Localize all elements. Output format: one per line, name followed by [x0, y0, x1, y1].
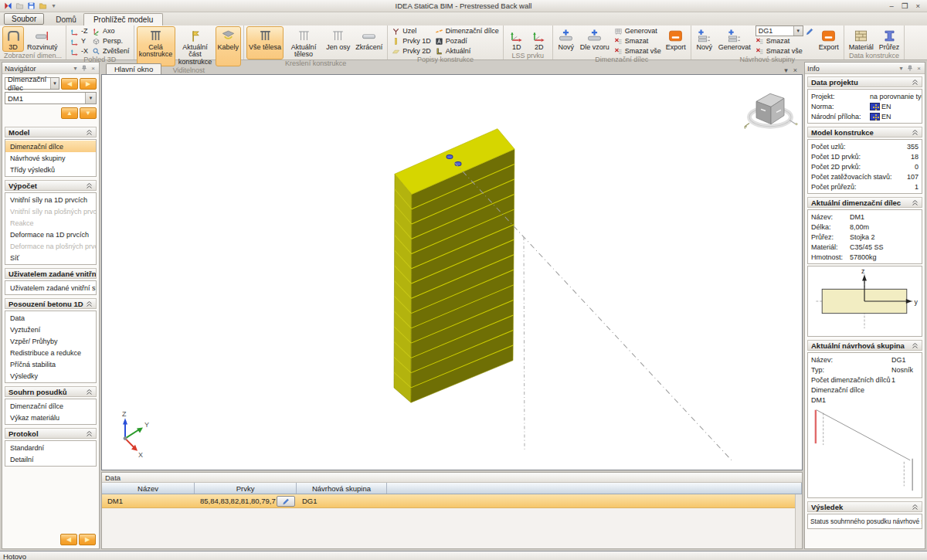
tab-soubor[interactable]: Soubor: [4, 13, 44, 25]
nav-item-data[interactable]: Data: [5, 312, 96, 324]
section-vysledek[interactable]: Výsledek: [807, 501, 922, 512]
section-aktualni-skupina[interactable]: Aktuální návrhová skupina: [807, 340, 922, 351]
section-aktualni-dilec[interactable]: Aktuální dimenzační dílec: [807, 197, 922, 208]
button-material[interactable]: Materiál: [847, 26, 876, 52]
button-generovat-dilec[interactable]: Generovat: [613, 26, 662, 36]
collapse-chevron-icon[interactable]: [912, 504, 919, 511]
nav-item-detailni[interactable]: Detailní: [5, 453, 96, 465]
edit-pencil-icon[interactable]: [806, 27, 814, 36]
toggle-prvky-1d[interactable]: Prvky 1D: [391, 36, 432, 46]
column-header-skupina[interactable]: Návrhová skupina: [297, 483, 387, 494]
button-smazat-vse-skupina[interactable]: Smazat vše: [755, 46, 815, 56]
button-rozvinuty[interactable]: Rozvinutý: [25, 26, 60, 52]
section-data-projektu[interactable]: Data projektu: [807, 76, 922, 87]
button-export-dilec[interactable]: Export: [664, 26, 688, 56]
design-group-combobox[interactable]: DG1 ▼: [756, 25, 803, 36]
column-header-prvky[interactable]: Prvky: [195, 483, 297, 494]
section-vypocet[interactable]: Výpočet: [5, 180, 97, 191]
button-generovat-skupiny[interactable]: Generovat: [716, 26, 753, 56]
move-down-button[interactable]: ▼: [80, 107, 97, 119]
button-view-minus-x[interactable]: -X: [70, 46, 89, 56]
nav-item-pricna-stabilita[interactable]: Příčná stabilita: [5, 358, 96, 370]
collapse-chevron-icon[interactable]: [86, 430, 93, 437]
toggle-prvky-2d[interactable]: Prvky 2D: [391, 46, 432, 56]
nav-item-vzper-pruhyby[interactable]: Vzpěr/ Průhyby: [5, 335, 96, 347]
chevron-down-icon[interactable]: ▼: [85, 93, 96, 104]
collapse-chevron-icon[interactable]: [86, 389, 93, 395]
collapse-chevron-icon[interactable]: [86, 182, 93, 189]
cell-skupina[interactable]: DG1: [297, 494, 387, 507]
nav-item-vysledky[interactable]: Výsledky: [5, 370, 96, 382]
pin-icon[interactable]: [81, 65, 87, 72]
section-souhrn[interactable]: Souhrn posudků: [5, 386, 97, 397]
button-3d[interactable]: 3D: [2, 26, 24, 52]
folder-icon-disabled[interactable]: [15, 2, 24, 10]
button-smazat-skupina[interactable]: Smazat: [755, 36, 815, 46]
button-zvetseni[interactable]: Zvětšení: [91, 46, 131, 56]
section-model[interactable]: Model: [5, 127, 97, 137]
mode-combobox[interactable]: Dimenzační dílec ▼: [5, 77, 59, 90]
view-cube[interactable]: [745, 93, 798, 128]
toggle-pozadi[interactable]: Pozadí: [434, 36, 500, 46]
collapse-chevron-icon[interactable]: [912, 199, 919, 206]
nav-item-souhrn-dilce[interactable]: Dimenzační dílce: [5, 400, 96, 412]
button-kabely[interactable]: Kabely: [216, 26, 242, 66]
viewport-3d[interactable]: Z Y X: [101, 74, 803, 470]
nav-item-uzivatelske-sily[interactable]: Uživatelem zadané vnitřní síly: [5, 282, 96, 294]
maximize-button[interactable]: ❒: [902, 2, 908, 10]
nav-item-vnitrni-sily-1d[interactable]: Vnitřní síly na 1D prvcích: [5, 194, 96, 205]
collapse-chevron-icon[interactable]: [912, 342, 919, 349]
wall-solid[interactable]: [394, 129, 514, 402]
move-up-button[interactable]: ▲: [61, 107, 78, 119]
tab-hlavni-okno[interactable]: Hlavní okno: [106, 63, 161, 74]
column-header-nazev[interactable]: Název: [102, 483, 195, 494]
button-view-minus-z[interactable]: -Z: [70, 26, 89, 36]
nav-item-deformace-1d[interactable]: Deformace na 1D prvcích: [5, 229, 96, 240]
prev-item-button[interactable]: ◀: [61, 78, 78, 90]
collapse-chevron-icon[interactable]: [912, 79, 919, 86]
button-aktualni-cast[interactable]: Aktuální část konstrukce: [176, 26, 215, 66]
button-cela-konstrukce[interactable]: Celá konstrukce: [137, 26, 175, 66]
button-dle-vzoru[interactable]: Dle vzoru: [578, 26, 612, 56]
table-row[interactable]: DM1 85,84,83,82,81,80,79,78,77,76,7 DG1: [102, 494, 802, 508]
cell-prvky[interactable]: 85,84,83,82,81,80,79,78,77,76,7: [195, 494, 297, 507]
section-posouzeni[interactable]: Posouzení betonu 1D: [5, 298, 97, 309]
toggle-uzel[interactable]: Uzel: [391, 26, 432, 36]
button-smazat-dilec[interactable]: Smazat: [613, 36, 662, 46]
grid-scrollbar[interactable]: [795, 494, 802, 548]
button-lss-2d[interactable]: 2D: [528, 26, 550, 52]
button-persp[interactable]: Persp.: [91, 36, 131, 46]
cell-nazev[interactable]: DM1: [102, 494, 195, 507]
pin-icon[interactable]: [907, 65, 913, 72]
collapse-chevron-icon[interactable]: [86, 300, 93, 307]
tab-prohlizec-modelu[interactable]: Prohlížeč modelu: [83, 13, 163, 25]
dock-menu-icon[interactable]: ▾: [784, 66, 788, 74]
button-vse-telesa[interactable]: Vše tělesa: [246, 26, 284, 59]
button-axo[interactable]: Axo: [91, 26, 131, 36]
button-zkraceni[interactable]: Zkrácení: [353, 26, 385, 59]
panel-menu-icon[interactable]: ▾: [898, 65, 905, 72]
collapse-chevron-icon[interactable]: [86, 129, 93, 136]
nav-item-vyztuzeni[interactable]: Vyztužení: [5, 324, 96, 335]
nav-forward-button[interactable]: ▶: [79, 534, 96, 545]
nav-item-sit[interactable]: Síť: [5, 252, 96, 263]
nav-item-dimenzacni-dilce[interactable]: Dimenzační dílce: [5, 141, 96, 152]
quick-access-caret-icon[interactable]: ▾: [50, 2, 57, 9]
nav-item-redistribuce[interactable]: Redistribuce a redukce: [5, 347, 96, 358]
section-model-konstrukce[interactable]: Model konstrukce: [807, 127, 922, 137]
next-item-button[interactable]: ▶: [80, 78, 97, 90]
collapse-chevron-icon[interactable]: [912, 129, 919, 136]
panel-menu-icon[interactable]: ▾: [72, 65, 79, 72]
close-icon[interactable]: ×: [915, 65, 922, 72]
save-icon[interactable]: [27, 2, 36, 10]
chevron-down-icon[interactable]: ▼: [50, 78, 59, 89]
edit-elements-button[interactable]: [277, 496, 295, 507]
open-folder-icon[interactable]: [39, 2, 47, 10]
section-protokol[interactable]: Protokol: [5, 428, 97, 439]
section-uzivatelske[interactable]: Uživatelem zadané vnitřní s: [5, 268, 97, 279]
button-prurez[interactable]: Průřez: [877, 26, 902, 52]
toggle-aktualni[interactable]: Aktuální: [434, 46, 500, 56]
toggle-dimenzacni-dilce[interactable]: Dimenzační dílce: [434, 26, 500, 36]
member-combobox[interactable]: DM1 ▼: [5, 92, 97, 104]
button-lss-1d[interactable]: 1D: [506, 26, 528, 52]
